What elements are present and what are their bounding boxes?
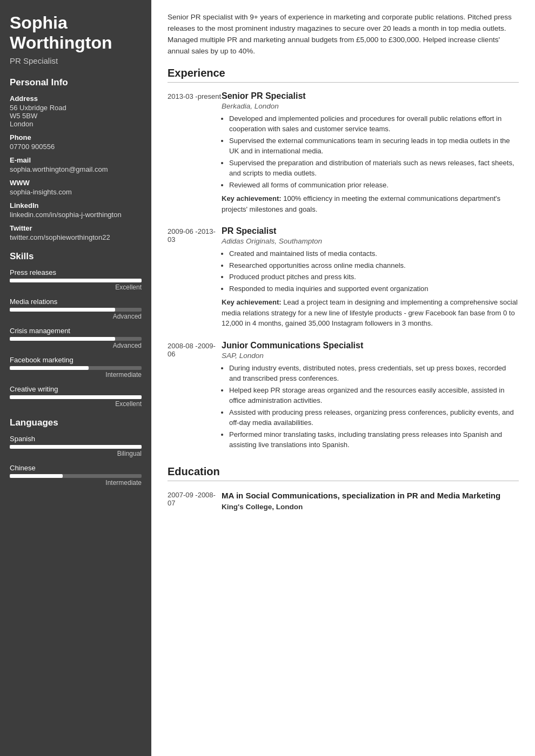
phone-value: 07700 900556 xyxy=(10,143,142,151)
bullet-item: Produced product pitches and press kits. xyxy=(229,272,519,282)
skills-list: Press releases Excellent Media relations… xyxy=(10,268,142,408)
bullets-list: During industry events, distributed note… xyxy=(229,363,519,450)
skill-item: Creative writing Excellent xyxy=(10,385,142,408)
skill-bar-bg xyxy=(10,308,142,312)
bullet-item: Performed minor translating tasks, inclu… xyxy=(229,429,519,450)
skill-level: Excellent xyxy=(10,284,142,291)
entry-content: Senior PR Specialist Berkadia, London De… xyxy=(222,91,519,215)
skill-name: Crisis management xyxy=(10,327,142,335)
skill-name: Press releases xyxy=(10,268,142,276)
skill-bar-fill xyxy=(10,337,115,341)
skill-level: Advanced xyxy=(10,313,142,320)
skill-bar-fill xyxy=(10,395,142,399)
skill-bar-fill xyxy=(10,366,89,370)
bullet-item: During industry events, distributed note… xyxy=(229,363,519,384)
education-entry: 2007-09 -2008-07 MA in Social Communicat… xyxy=(168,490,519,511)
skill-item: Media relations Advanced xyxy=(10,298,142,320)
language-name: Chinese xyxy=(10,464,142,472)
candidate-name: Sophia Worthington xyxy=(10,13,142,53)
key-achievement: Key achievement: Lead a project team in … xyxy=(222,297,519,329)
language-level: Bilingual xyxy=(10,450,142,457)
personal-info-heading: Personal Info xyxy=(10,77,142,88)
skill-bar-bg xyxy=(10,337,142,341)
languages-heading: Languages xyxy=(10,417,142,428)
language-item: Spanish Bilingual xyxy=(10,435,142,457)
phone-label: Phone xyxy=(10,133,142,141)
company-name: Berkadia, London xyxy=(222,102,519,110)
www-value: sophia-insights.com xyxy=(10,188,142,196)
skill-level: Excellent xyxy=(10,400,142,408)
experience-entry: 2009-06 -2013-03 PR Specialist Adidas Or… xyxy=(168,226,519,329)
bullet-item: Assisted with producing press releases, … xyxy=(229,407,519,428)
bullet-item: Supervised the external communications t… xyxy=(229,136,519,157)
skill-item: Facebook marketing Intermediate xyxy=(10,356,142,379)
edu-content: MA in Social Communications, specializat… xyxy=(222,490,500,511)
skill-level: Intermediate xyxy=(10,371,142,379)
experience-entry: 2013-03 -present Senior PR Specialist Be… xyxy=(168,91,519,215)
bullet-item: Responded to media inquiries and support… xyxy=(229,284,519,294)
address-line1: 56 Uxbridge Road xyxy=(10,104,142,112)
experience-section-title: Experience xyxy=(168,67,519,83)
address-label: Address xyxy=(10,94,142,103)
company-name: Adidas Originals, Southampton xyxy=(222,237,519,245)
email-value: sophia.worthington@gmail.com xyxy=(10,165,142,173)
language-bar-bg xyxy=(10,474,142,478)
bullets-list: Created and maintained lists of media co… xyxy=(229,248,519,294)
key-achievement: Key achievement: 100% efficiency in meet… xyxy=(222,193,519,214)
edu-school: King's College, London xyxy=(222,503,500,511)
www-label: WWW xyxy=(10,179,142,187)
candidate-title: PR Specialist xyxy=(10,56,142,65)
skill-bar-fill xyxy=(10,279,142,282)
language-level: Intermediate xyxy=(10,479,142,487)
bullet-item: Developed and implemented policies and p… xyxy=(229,113,519,134)
language-bar-fill xyxy=(10,474,63,478)
skill-item: Press releases Excellent xyxy=(10,268,142,291)
language-bar-bg xyxy=(10,445,142,449)
skill-name: Facebook marketing xyxy=(10,356,142,364)
bullet-item: Researched opportunities across online m… xyxy=(229,260,519,271)
skill-bar-bg xyxy=(10,395,142,399)
company-name: SAP, London xyxy=(222,352,519,360)
linkedin-value: linkedin.com/in/sophia-j-worthington xyxy=(10,211,142,219)
skill-item: Crisis management Advanced xyxy=(10,327,142,349)
entry-date: 2008-08 -2009-06 xyxy=(168,341,222,454)
education-list: 2007-09 -2008-07 MA in Social Communicat… xyxy=(168,490,519,511)
skill-name: Creative writing xyxy=(10,385,142,393)
experience-entry: 2008-08 -2009-06 Junior Communications S… xyxy=(168,341,519,454)
bullet-item: Created and maintained lists of media co… xyxy=(229,248,519,259)
skill-name: Media relations xyxy=(10,298,142,306)
experience-list: 2013-03 -present Senior PR Specialist Be… xyxy=(168,91,519,454)
twitter-value: twitter.com/sophieworthington22 xyxy=(10,233,142,241)
entry-date: 2013-03 -present xyxy=(168,91,222,215)
edu-degree: MA in Social Communications, specializat… xyxy=(222,490,500,501)
skill-bar-fill xyxy=(10,308,115,312)
edu-date: 2007-09 -2008-07 xyxy=(168,490,222,511)
address-line3: London xyxy=(10,120,142,128)
bullets-list: Developed and implemented policies and p… xyxy=(229,113,519,191)
languages-list: Spanish Bilingual Chinese Intermediate xyxy=(10,435,142,487)
job-title: PR Specialist xyxy=(222,226,519,236)
resume-container: Sophia Worthington PR Specialist Persona… xyxy=(0,0,535,756)
entry-content: PR Specialist Adidas Originals, Southamp… xyxy=(222,226,519,329)
address-line2: W5 5BW xyxy=(10,112,142,120)
skill-level: Advanced xyxy=(10,342,142,349)
job-title: Junior Communications Specialist xyxy=(222,341,519,350)
job-title: Senior PR Specialist xyxy=(222,91,519,101)
bullet-item: Supervised the preparation and distribut… xyxy=(229,158,519,179)
skill-bar-bg xyxy=(10,366,142,370)
email-label: E-mail xyxy=(10,156,142,164)
bullet-item: Reviewed all forms of communication prio… xyxy=(229,180,519,191)
language-bar-fill xyxy=(10,445,142,449)
main-content: Senior PR specialist with 9+ years of ex… xyxy=(151,0,535,756)
skills-heading: Skills xyxy=(10,251,142,262)
twitter-label: Twitter xyxy=(10,224,142,232)
skill-bar-bg xyxy=(10,279,142,282)
sidebar: Sophia Worthington PR Specialist Persona… xyxy=(0,0,151,756)
language-item: Chinese Intermediate xyxy=(10,464,142,487)
bullet-item: Helped keep PR storage areas organized a… xyxy=(229,385,519,406)
education-section-title: Education xyxy=(168,465,519,481)
entry-date: 2009-06 -2013-03 xyxy=(168,226,222,329)
entry-content: Junior Communications Specialist SAP, Lo… xyxy=(222,341,519,454)
linkedin-label: LinkedIn xyxy=(10,201,142,210)
summary-text: Senior PR specialist with 9+ years of ex… xyxy=(168,12,519,57)
